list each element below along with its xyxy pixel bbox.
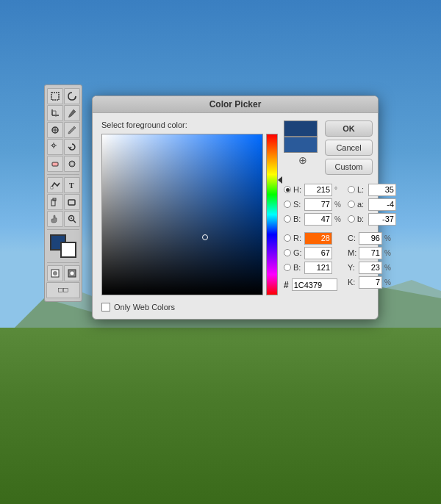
- tool-row-6: T: [47, 177, 80, 193]
- ground-background: [0, 328, 441, 504]
- l-field-row: L:: [348, 183, 396, 196]
- cancel-button[interactable]: Cancel: [325, 140, 373, 156]
- y-field-row: Y: %: [348, 261, 396, 274]
- hex-input[interactable]: [292, 278, 337, 291]
- b3-radio[interactable]: [348, 215, 355, 223]
- m-unit: %: [384, 249, 391, 257]
- svg-rect-24: [68, 200, 75, 205]
- svg-line-26: [74, 220, 76, 223]
- r-label: R:: [293, 234, 302, 242]
- tool-row-2: [47, 105, 80, 121]
- button-group: OK Cancel Custom: [325, 120, 373, 175]
- text-tool[interactable]: T: [64, 177, 80, 193]
- eraser-tool[interactable]: [47, 156, 63, 172]
- g-field-row: G:: [284, 246, 342, 259]
- dialog-body: Select foreground color: Only Web Colors: [93, 113, 378, 319]
- g-radio[interactable]: [284, 249, 291, 256]
- b2-field-row: B:: [284, 261, 342, 274]
- svg-line-3: [75, 96, 76, 98]
- r-input[interactable]: [304, 232, 332, 245]
- svg-point-13: [53, 145, 54, 146]
- c-input[interactable]: [359, 232, 382, 245]
- color-swatches: [50, 234, 76, 258]
- s-label: S:: [293, 200, 302, 209]
- only-web-colors-checkbox[interactable]: [101, 303, 110, 312]
- tool-row-5: [47, 156, 80, 172]
- background-color[interactable]: [60, 242, 76, 258]
- pen-tool[interactable]: [47, 194, 63, 210]
- crop-tool[interactable]: [47, 105, 63, 121]
- marquee-tool[interactable]: [47, 88, 63, 104]
- color-preview-stack: [284, 120, 320, 153]
- tool-row-7: [47, 194, 80, 210]
- m-label: M:: [348, 248, 356, 257]
- b2-radio[interactable]: [284, 264, 291, 271]
- eyedropper-tool[interactable]: [64, 105, 80, 121]
- h-field-row: H: °: [284, 183, 342, 196]
- hue-slider[interactable]: [266, 134, 278, 295]
- clone-tool[interactable]: [47, 139, 63, 155]
- hex-label: #: [284, 280, 289, 290]
- quick-mask-standard[interactable]: [47, 265, 63, 281]
- quick-mask-mode[interactable]: [64, 265, 80, 281]
- s-radio[interactable]: [284, 201, 291, 208]
- l-radio[interactable]: [348, 186, 355, 193]
- b3-input[interactable]: [368, 213, 396, 226]
- hue-slider-wrap: [266, 134, 278, 295]
- eyedropper-icon[interactable]: ⊕: [298, 154, 307, 166]
- blur-tool[interactable]: [64, 156, 80, 172]
- hand-tool[interactable]: [47, 211, 63, 227]
- a-radio[interactable]: [348, 201, 355, 208]
- b-unit: %: [334, 215, 342, 223]
- divider-2: [47, 229, 79, 230]
- b2-input[interactable]: [304, 262, 332, 274]
- path-tool[interactable]: [47, 177, 63, 193]
- zoom-tool[interactable]: [64, 211, 80, 227]
- tool-row-10: [46, 282, 80, 298]
- b-field-row: B: %: [284, 212, 342, 226]
- s-unit: %: [334, 201, 342, 209]
- tool-row-9: [47, 265, 80, 281]
- color-gradient: [102, 134, 262, 295]
- custom-button[interactable]: Custom: [325, 159, 373, 175]
- svg-rect-18: [52, 162, 58, 166]
- h-input[interactable]: [304, 184, 332, 196]
- dialog-title: Color Picker: [209, 99, 262, 109]
- b-input[interactable]: [304, 213, 332, 226]
- color-field-area: [101, 134, 278, 295]
- tool-row-1: [47, 88, 80, 104]
- svg-point-32: [70, 271, 74, 276]
- h-radio[interactable]: [284, 186, 291, 193]
- b-radio[interactable]: [284, 215, 291, 223]
- toolbar: T: [44, 84, 82, 302]
- c-unit: %: [384, 234, 391, 242]
- m-input[interactable]: [359, 247, 382, 259]
- m-field-row: M: %: [348, 246, 396, 259]
- hue-arrow: [278, 176, 282, 184]
- g-label: G:: [293, 248, 302, 257]
- brush-tool[interactable]: [64, 122, 80, 138]
- history-tool[interactable]: [64, 139, 80, 155]
- ok-button[interactable]: OK: [325, 120, 373, 137]
- l-label: L:: [357, 185, 366, 194]
- lasso-tool[interactable]: [64, 88, 80, 104]
- k-input[interactable]: [359, 276, 382, 289]
- color-saturation-field[interactable]: [101, 134, 263, 295]
- k-field-row: K: %: [348, 276, 396, 289]
- tool-row-4: [47, 139, 80, 155]
- s-input[interactable]: [304, 198, 332, 211]
- r-radio[interactable]: [284, 234, 291, 242]
- y-input[interactable]: [359, 262, 382, 274]
- instruction-text: Select foreground color:: [101, 120, 278, 129]
- heal-tool[interactable]: [47, 122, 63, 138]
- screen-mode[interactable]: [46, 282, 80, 298]
- g-input[interactable]: [304, 247, 332, 259]
- a-input[interactable]: [368, 198, 396, 211]
- r-field-row: R:: [284, 231, 342, 245]
- hex-row: #: [284, 278, 342, 291]
- shape-tool[interactable]: [64, 194, 80, 210]
- footer-row: Only Web Colors: [101, 303, 278, 312]
- new-color-swatch: [284, 120, 318, 137]
- h-unit: °: [334, 186, 342, 194]
- l-input[interactable]: [368, 184, 396, 196]
